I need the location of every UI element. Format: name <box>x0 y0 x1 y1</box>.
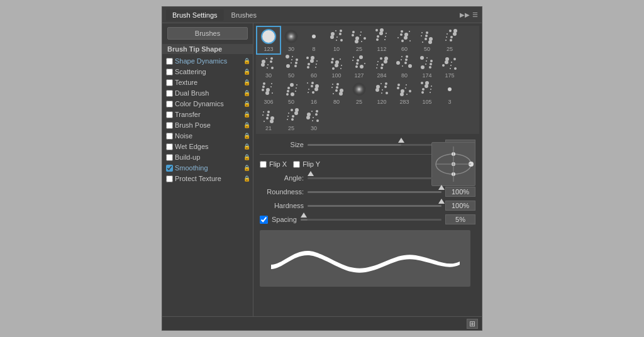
brush-cell-15[interactable]: 80 <box>393 53 416 80</box>
svg-point-15 <box>352 34 354 36</box>
scattering-checkbox[interactable] <box>166 69 173 75</box>
sidebar-item-build-up[interactable]: Build-up 🔒 <box>162 152 253 162</box>
brush-cell-7[interactable]: 50 <box>416 27 438 53</box>
sidebar-item-noise[interactable]: Noise 🔒 <box>162 131 253 141</box>
hardness-value[interactable] <box>445 201 475 211</box>
brush-cell-23[interactable]: 120 <box>370 80 393 106</box>
build-up-label[interactable]: Build-up <box>175 153 242 161</box>
shape-dynamics-label[interactable]: Shape Dynamics <box>175 57 242 65</box>
noise-checkbox[interactable] <box>166 133 173 140</box>
brush-cell-21[interactable]: 80 <box>325 80 348 106</box>
protect-texture-label[interactable]: Protect Texture <box>175 175 242 182</box>
brush-cell-2[interactable]: 8 <box>303 27 325 53</box>
svg-point-3 <box>335 30 336 31</box>
brush-cell-9[interactable]: 30 <box>257 53 280 80</box>
brush-num-14: 284 <box>377 72 386 79</box>
flip-x-checkbox[interactable] <box>260 161 267 168</box>
brush-cell-20[interactable]: 16 <box>303 80 325 106</box>
sidebar-item-smoothing[interactable]: Smoothing 🔒 <box>162 163 253 173</box>
brush-cell-5[interactable]: 112 <box>370 27 393 53</box>
brush-cell-28[interactable]: 25 <box>280 106 303 133</box>
protect-texture-checkbox[interactable] <box>166 175 173 182</box>
brush-cell-13[interactable]: 127 <box>348 53 370 80</box>
brush-cell-6[interactable]: 60 <box>393 27 416 53</box>
dual-brush-label[interactable]: Dual Brush <box>175 89 242 97</box>
spacing-value[interactable] <box>445 214 475 224</box>
controls-area: Size Flip X Flip Y <box>256 136 479 314</box>
brush-preview-11 <box>306 55 322 72</box>
transfer-checkbox[interactable] <box>166 111 173 118</box>
new-brush-button[interactable]: ⊞ <box>467 319 478 329</box>
roundness-value[interactable] <box>445 187 475 197</box>
brush-cell-27[interactable]: 21 <box>257 106 280 133</box>
tab-brushes[interactable]: Brushes <box>225 9 263 21</box>
texture-checkbox[interactable] <box>166 79 173 86</box>
brush-cell-29[interactable]: 30 <box>303 106 325 133</box>
brush-cell-8[interactable]: 25 <box>438 27 461 53</box>
smoothing-checkbox[interactable] <box>166 165 173 172</box>
wet-edges-label[interactable]: Wet Edges <box>175 143 242 150</box>
brush-cell-19[interactable]: 50 <box>280 80 303 106</box>
svg-point-9 <box>336 36 338 38</box>
transfer-label[interactable]: Transfer <box>175 111 242 118</box>
texture-label[interactable]: Texture <box>175 79 242 86</box>
color-dynamics-checkbox[interactable] <box>166 101 173 108</box>
brush-pose-checkbox[interactable] <box>166 122 173 129</box>
brush-cell-3[interactable]: 10 <box>325 27 348 53</box>
brush-cell-0[interactable]: 123 <box>257 27 280 53</box>
tab-brush-settings[interactable]: Brush Settings <box>166 9 224 21</box>
sidebar-item-texture[interactable]: Texture 🔒 <box>162 77 253 87</box>
dual-brush-checkbox[interactable] <box>166 90 173 97</box>
hardness-slider[interactable] <box>308 205 441 207</box>
brush-cell-16[interactable]: 174 <box>416 53 438 80</box>
svg-point-184 <box>263 111 264 113</box>
build-up-checkbox[interactable] <box>166 154 173 161</box>
spacing-slider[interactable] <box>301 219 441 221</box>
brush-cell-4[interactable]: 25 <box>348 27 370 53</box>
noise-label[interactable]: Noise <box>175 132 242 140</box>
expand-icon[interactable]: ▶▶ <box>460 11 470 18</box>
shape-dynamics-checkbox[interactable] <box>166 58 173 65</box>
wet-edges-checkbox[interactable] <box>166 143 173 150</box>
angle-circle[interactable] <box>431 142 475 186</box>
sidebar-item-protect-texture[interactable]: Protect Texture 🔒 <box>162 174 253 184</box>
svg-point-176 <box>421 91 424 94</box>
color-dynamics-label[interactable]: Color Dynamics <box>175 100 242 108</box>
roundness-slider[interactable] <box>308 191 441 193</box>
brush-cell-25[interactable]: 105 <box>416 80 438 106</box>
svg-point-114 <box>430 60 433 62</box>
angle-slider[interactable] <box>308 177 441 179</box>
brush-cell-17[interactable]: 175 <box>438 53 461 80</box>
brush-cell-26[interactable]: 3 <box>438 80 461 106</box>
sidebar-item-brush-pose[interactable]: Brush Pose 🔒 <box>162 120 253 130</box>
brush-cell-22[interactable]: 25 <box>348 80 370 106</box>
sidebar-item-color-dynamics[interactable]: Color Dynamics 🔒 <box>162 99 253 109</box>
svg-point-2 <box>312 35 316 38</box>
size-slider[interactable] <box>308 144 441 146</box>
sidebar-item-scattering[interactable]: Scattering 🔒 <box>162 67 253 77</box>
smoothing-label[interactable]: Smoothing <box>175 164 242 172</box>
menu-icon[interactable]: ☰ <box>472 11 478 18</box>
svg-point-53 <box>261 63 265 67</box>
brush-pose-label[interactable]: Brush Pose <box>175 121 242 129</box>
brush-preview-8 <box>441 28 458 46</box>
brush-cell-11[interactable]: 60 <box>303 53 325 80</box>
brush-preview-1 <box>283 28 299 46</box>
sidebar-item-wet-edges[interactable]: Wet Edges 🔒 <box>162 141 253 152</box>
sidebar-item-shape-dynamics[interactable]: Shape Dynamics 🔒 <box>162 56 253 66</box>
brush-cell-12[interactable]: 100 <box>325 53 348 80</box>
brushes-button[interactable]: Brushes <box>167 27 248 40</box>
brush-cell-18[interactable]: 306 <box>257 80 280 106</box>
svg-point-72 <box>311 56 314 60</box>
brush-cell-24[interactable]: 283 <box>393 80 416 106</box>
spacing-checkbox[interactable] <box>260 216 268 224</box>
scattering-label[interactable]: Scattering <box>175 68 242 75</box>
sidebar-item-dual-brush[interactable]: Dual Brush 🔒 <box>162 88 253 98</box>
sidebar-item-transfer[interactable]: Transfer 🔒 <box>162 109 253 119</box>
brush-cell-10[interactable]: 50 <box>280 53 303 80</box>
svg-point-157 <box>384 86 387 88</box>
flip-y-checkbox[interactable] <box>293 161 300 168</box>
svg-point-149 <box>339 92 343 96</box>
brush-cell-14[interactable]: 284 <box>370 53 393 80</box>
brush-cell-1[interactable]: 30 <box>280 27 303 53</box>
